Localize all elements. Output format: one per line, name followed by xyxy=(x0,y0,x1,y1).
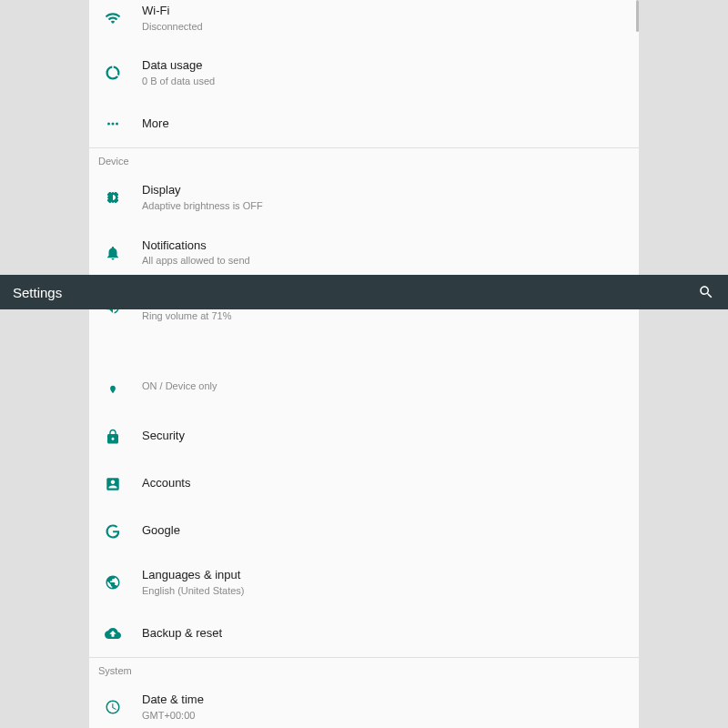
svg-point-1 xyxy=(112,123,115,126)
item-accounts[interactable]: Accounts xyxy=(89,460,639,508)
item-title: Notifications xyxy=(142,238,250,254)
data-usage-icon xyxy=(102,62,124,84)
appbar-gap xyxy=(89,335,639,373)
cloud-upload-icon xyxy=(102,622,124,644)
item-date-time[interactable]: Date & time GMT+00:00 xyxy=(89,680,639,728)
app-bar-title: Settings xyxy=(13,285,62,300)
item-subtitle: English (United States) xyxy=(142,584,245,597)
item-google[interactable]: Google xyxy=(89,508,639,555)
item-backup[interactable]: Backup & reset xyxy=(89,610,639,657)
item-subtitle: Ring volume at 71% xyxy=(142,309,231,322)
account-icon xyxy=(102,473,124,495)
item-security[interactable]: Security xyxy=(89,413,639,460)
clock-icon xyxy=(102,696,124,718)
app-bar: Settings xyxy=(0,275,728,309)
wifi-icon xyxy=(102,7,124,29)
item-title: Date & time xyxy=(142,693,204,708)
section-header-system: System xyxy=(89,658,639,680)
item-title: Wi-Fi xyxy=(142,4,203,19)
search-icon[interactable] xyxy=(697,283,715,301)
section-header-device: Device xyxy=(89,148,639,170)
svg-point-0 xyxy=(107,123,110,126)
item-display[interactable]: Display Adaptive brightness is OFF xyxy=(89,170,639,225)
item-data-usage[interactable]: Data usage 0 B of data used xyxy=(89,46,639,100)
more-icon xyxy=(102,113,124,135)
item-title: Display xyxy=(142,183,263,198)
item-subtitle: 0 B of data used xyxy=(142,75,215,87)
location-icon xyxy=(102,379,124,400)
item-title: Backup & reset xyxy=(142,626,222,642)
item-wifi[interactable]: Wi-Fi Disconnected xyxy=(89,0,639,46)
item-more[interactable]: More xyxy=(89,100,639,147)
item-title: Security xyxy=(142,429,185,444)
item-subtitle: Adaptive brightness is OFF xyxy=(142,199,263,212)
globe-icon xyxy=(102,571,124,593)
item-subtitle: GMT+00:00 xyxy=(142,709,204,722)
item-subtitle: Disconnected xyxy=(142,20,203,33)
item-title: More xyxy=(142,116,169,132)
settings-list: Wi-Fi Disconnected Data usage 0 B of dat… xyxy=(89,0,639,728)
item-subtitle: ON / Device only xyxy=(142,379,217,392)
display-icon xyxy=(102,187,124,208)
item-title: Data usage xyxy=(142,58,215,74)
svg-point-2 xyxy=(116,123,118,126)
lock-icon xyxy=(102,426,124,448)
item-title: Languages & input xyxy=(142,568,245,583)
google-icon xyxy=(102,521,124,542)
item-location-partial[interactable]: ON / Device only xyxy=(89,373,639,413)
item-notifications[interactable]: Notifications All apps allowed to send xyxy=(89,226,639,280)
bell-icon xyxy=(102,242,124,264)
item-title: Accounts xyxy=(142,476,190,491)
item-languages[interactable]: Languages & input English (United States… xyxy=(89,555,639,610)
item-title: Google xyxy=(142,523,180,539)
item-subtitle: All apps allowed to send xyxy=(142,254,250,267)
